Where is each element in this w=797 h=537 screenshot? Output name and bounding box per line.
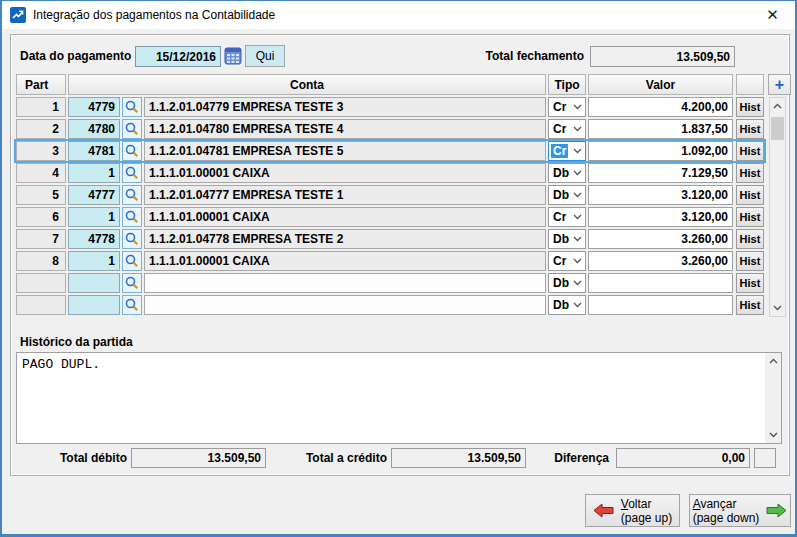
column-header-part[interactable]: Part	[16, 74, 66, 95]
hist-button[interactable]: Hist	[736, 207, 764, 227]
hist-button[interactable]: Hist	[736, 119, 764, 139]
avancar-button[interactable]: Avançar (page down)	[689, 494, 791, 527]
historico-scroll-down-icon[interactable]	[765, 427, 781, 443]
column-header-tipo[interactable]: Tipo	[548, 74, 586, 95]
value-field[interactable]: 7.129,50	[588, 163, 733, 183]
table-row: 411.1.1.01.00001 CAIXADb7.129,50Hist	[16, 163, 764, 183]
account-code-field[interactable]: 1	[68, 163, 120, 183]
hist-button[interactable]: Hist	[736, 229, 764, 249]
account-lookup-button[interactable]	[122, 273, 142, 293]
scrollbar-thumb[interactable]	[771, 117, 784, 140]
table-row: 347811.1.2.01.04781 EMPRESA TESTE 5Cr1.0…	[16, 141, 764, 161]
value-field[interactable]: 3.120,00	[588, 185, 733, 205]
account-lookup-button[interactable]	[122, 207, 142, 227]
entry-type-select[interactable]: Db	[548, 295, 586, 315]
payment-date-field[interactable]: 15/12/2016	[135, 46, 221, 67]
entry-type-select[interactable]: Cr	[548, 251, 586, 271]
entry-type-select[interactable]: Db	[548, 163, 586, 183]
account-lookup-button[interactable]	[122, 119, 142, 139]
magnifier-icon	[125, 166, 139, 180]
hist-button[interactable]: Hist	[736, 251, 764, 271]
calendar-button[interactable]	[224, 47, 243, 66]
account-lookup-button[interactable]	[122, 141, 142, 161]
chevron-down-icon	[573, 280, 582, 286]
account-code-field[interactable]: 4780	[68, 119, 120, 139]
chevron-down-icon	[573, 214, 582, 220]
entry-type-select[interactable]: Db	[548, 273, 586, 293]
account-code-field[interactable]	[68, 273, 120, 293]
scroll-down-icon[interactable]	[770, 300, 785, 316]
account-lookup-button[interactable]	[122, 251, 142, 271]
account-description-field[interactable]: 1.1.2.01.04778 EMPRESA TESTE 2	[144, 229, 546, 249]
account-code-field[interactable]: 1	[68, 207, 120, 227]
calendar-icon	[224, 47, 242, 65]
table-row: 747781.1.2.01.04778 EMPRESA TESTE 2Db3.2…	[16, 229, 764, 249]
column-header-valor[interactable]: Valor	[588, 74, 733, 95]
account-code-field[interactable]: 4779	[68, 97, 120, 117]
account-code-field[interactable]: 4777	[68, 185, 120, 205]
account-lookup-button[interactable]	[122, 185, 142, 205]
value-field[interactable]	[588, 295, 733, 315]
value-field[interactable]: 1.092,00	[588, 141, 733, 161]
hist-button[interactable]: Hist	[736, 273, 764, 293]
chevron-down-icon	[573, 104, 582, 110]
part-cell: 5	[16, 185, 66, 205]
column-header-conta[interactable]: Conta	[68, 74, 546, 95]
total-fechamento-label: Total fechamento	[452, 49, 584, 63]
account-lookup-button[interactable]	[122, 97, 142, 117]
scroll-up-icon[interactable]	[770, 98, 785, 114]
table-row: 247801.1.2.01.04780 EMPRESA TESTE 4Cr1.8…	[16, 119, 764, 139]
close-button[interactable]: ✕	[750, 1, 795, 29]
avancar-label: Avançar	[693, 497, 737, 511]
magnifier-icon	[125, 100, 139, 114]
account-lookup-button[interactable]	[122, 295, 142, 315]
value-field[interactable]	[588, 273, 733, 293]
value-field[interactable]: 3.260,00	[588, 251, 733, 271]
account-description-field[interactable]: 1.1.2.01.04779 EMPRESA TESTE 3	[144, 97, 546, 117]
account-description-field[interactable]	[144, 295, 546, 315]
hist-button[interactable]: Hist	[736, 185, 764, 205]
account-code-field[interactable]: 1	[68, 251, 120, 271]
account-description-field[interactable]: 1.1.2.01.04781 EMPRESA TESTE 5	[144, 141, 546, 161]
hist-button[interactable]: Hist	[736, 97, 764, 117]
account-description-field[interactable]: 1.1.2.01.04777 EMPRESA TESTE 1	[144, 185, 546, 205]
entry-type-select[interactable]: Db	[548, 185, 586, 205]
account-description-field[interactable]: 1.1.1.01.00001 CAIXA	[144, 207, 546, 227]
value-field[interactable]: 1.837,50	[588, 119, 733, 139]
total-fechamento-value: 13.509,50	[590, 46, 735, 67]
entry-type-select[interactable]: Cr	[548, 207, 586, 227]
weekday-button[interactable]: Qui	[245, 45, 285, 67]
table-scrollbar[interactable]	[769, 97, 786, 317]
value-field[interactable]: 3.120,00	[588, 207, 733, 227]
entry-type-select[interactable]: Cr	[548, 119, 586, 139]
voltar-button[interactable]: Voltar (page up)	[585, 494, 680, 527]
value-field[interactable]: 3.260,00	[588, 229, 733, 249]
chevron-down-icon	[573, 192, 582, 198]
account-lookup-button[interactable]	[122, 163, 142, 183]
historico-scroll-up-icon[interactable]	[765, 353, 781, 369]
entry-type-select[interactable]: Cr	[548, 141, 586, 161]
magnifier-icon	[125, 276, 139, 290]
historico-scrollbar[interactable]	[765, 353, 781, 443]
historico-textarea[interactable]: PAGO DUPL.	[16, 352, 782, 444]
magnifier-icon	[125, 232, 139, 246]
add-row-button[interactable]: +	[768, 74, 791, 95]
hist-button[interactable]: Hist	[736, 295, 764, 315]
part-cell: 4	[16, 163, 66, 183]
account-code-field[interactable]	[68, 295, 120, 315]
table-row: 811.1.1.01.00001 CAIXACr3.260,00Hist	[16, 251, 764, 271]
account-lookup-button[interactable]	[122, 229, 142, 249]
account-description-field[interactable]: 1.1.1.01.00001 CAIXA	[144, 251, 546, 271]
hist-button[interactable]: Hist	[736, 141, 764, 161]
account-code-field[interactable]: 4781	[68, 141, 120, 161]
account-description-field[interactable]	[144, 273, 546, 293]
table-row: 147791.1.2.01.04779 EMPRESA TESTE 3Cr4.2…	[16, 97, 764, 117]
account-code-field[interactable]: 4778	[68, 229, 120, 249]
hist-button[interactable]: Hist	[736, 163, 764, 183]
entry-type-select[interactable]: Db	[548, 229, 586, 249]
account-description-field[interactable]: 1.1.2.01.04780 EMPRESA TESTE 4	[144, 119, 546, 139]
magnifier-icon	[125, 254, 139, 268]
entry-type-select[interactable]: Cr	[548, 97, 586, 117]
account-description-field[interactable]: 1.1.1.01.00001 CAIXA	[144, 163, 546, 183]
value-field[interactable]: 4.200,00	[588, 97, 733, 117]
